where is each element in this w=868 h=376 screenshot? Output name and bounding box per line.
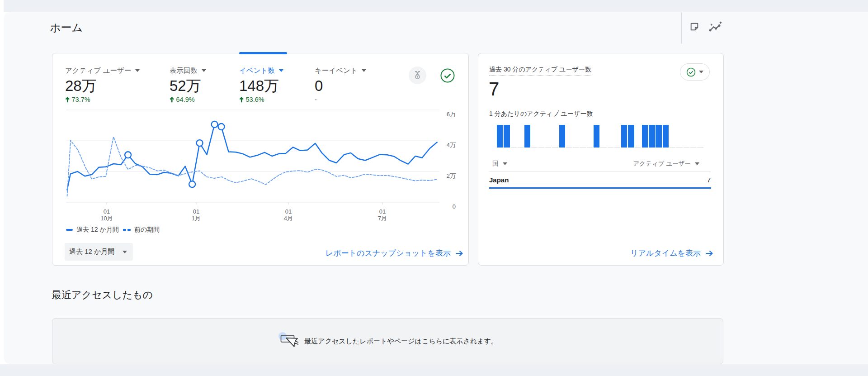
anomaly-marker	[212, 121, 218, 128]
header-divider	[681, 12, 682, 44]
minute-bar	[524, 124, 530, 148]
x-axis-label: 011月	[192, 208, 201, 222]
minute-empty	[690, 124, 696, 148]
anomaly-marker	[218, 124, 225, 130]
table-row-bar	[489, 187, 711, 189]
insights-button[interactable]	[708, 21, 723, 33]
minute-empty	[600, 124, 606, 148]
previous-period-line	[67, 137, 437, 196]
trend-line-chart	[52, 53, 469, 266]
solid-line-swatch	[66, 229, 73, 231]
realtime-bar-chart	[497, 124, 704, 148]
note-icon	[689, 22, 699, 32]
table-row-country[interactable]: Japan	[489, 176, 509, 184]
minute-empty	[518, 124, 524, 148]
y-axis-label: 0	[433, 203, 456, 210]
minute-bar	[663, 124, 669, 148]
minute-bar	[497, 124, 503, 148]
anomaly-marker	[125, 152, 131, 158]
y-axis-label: 4万	[433, 142, 456, 148]
report-snapshot-link[interactable]: レポートのスナップショットを表示	[326, 248, 463, 258]
chevron-down-icon	[503, 162, 507, 165]
dashed-line-swatch	[123, 229, 131, 231]
minute-empty	[545, 124, 551, 148]
top-band	[4, 0, 868, 12]
minute-empty	[670, 124, 675, 148]
chevron-down-icon	[695, 162, 699, 165]
arrow-forward-icon	[705, 250, 713, 257]
realtime-value: 7	[489, 78, 499, 100]
dimension-header[interactable]: 国	[492, 160, 507, 168]
minute-empty	[635, 124, 641, 148]
realtime-card: 過去 30 分のアクティブ ユーザー数 7 1 分あたりのアクティブ ユーザー数…	[478, 53, 724, 266]
anomaly-marker	[189, 181, 195, 187]
recent-section-title: 最近アクセスしたもの	[52, 289, 153, 301]
chart-legend: 過去 12 か月間 前の期間	[66, 226, 160, 234]
minute-bar	[594, 124, 599, 148]
table-row-value: 7	[707, 176, 711, 184]
legend-previous-period: 前の期間	[123, 226, 160, 234]
check-circle-icon	[686, 67, 696, 77]
minute-empty	[697, 124, 703, 148]
minute-bar	[628, 124, 634, 148]
minute-empty	[566, 124, 572, 148]
minute-empty	[580, 124, 585, 148]
chevron-down-icon	[123, 251, 127, 253]
arrow-forward-icon	[455, 250, 463, 257]
realtime-link[interactable]: リアルタイムを表示	[630, 248, 713, 258]
recent-empty-text: 最近アクセスしたレポートやページはこちらに表示されます。	[304, 337, 497, 346]
notes-button[interactable]	[688, 21, 701, 33]
minute-bar	[642, 124, 648, 148]
minute-bar	[559, 124, 565, 148]
chevron-down-icon	[699, 71, 703, 73]
minute-empty	[552, 124, 558, 148]
minute-empty	[531, 124, 537, 148]
minute-empty	[684, 124, 689, 148]
minute-bar	[649, 124, 655, 148]
minute-empty	[573, 124, 579, 148]
insights-icon	[709, 21, 722, 33]
minute-empty	[614, 124, 620, 148]
y-axis-label: 6万	[433, 111, 456, 118]
minute-bar	[656, 124, 661, 148]
minute-bar	[621, 124, 627, 148]
bottom-band	[0, 364, 868, 376]
minute-empty	[676, 124, 682, 148]
current-period-line	[67, 124, 437, 190]
page-title: ホーム	[50, 21, 83, 34]
realtime-data-quality-button[interactable]	[680, 63, 710, 81]
minute-empty	[511, 124, 517, 148]
minute-empty	[538, 124, 544, 148]
legend-current-period: 過去 12 か月間	[66, 226, 119, 234]
x-axis-label: 014月	[284, 208, 293, 222]
minute-empty	[608, 124, 613, 148]
minute-bar	[504, 124, 509, 148]
overview-card: アクティブ ユーザー 28万 73.7% 表示回数 52万 64.9% イベント…	[52, 53, 469, 266]
click-cursor-icon	[278, 332, 298, 351]
x-axis-label: 0110月	[100, 208, 113, 222]
y-axis-label: 2万	[433, 172, 456, 179]
content-panel: ホーム アクティブ ユーザー 28万 73.7% 表示回数 52万 64.9% …	[4, 12, 868, 364]
per-minute-label: 1 分あたりのアクティブ ユーザー数	[489, 110, 593, 118]
anomaly-marker	[197, 140, 203, 146]
table-divider	[489, 171, 711, 172]
realtime-title: 過去 30 分のアクティブ ユーザー数	[489, 66, 591, 76]
minute-empty	[587, 124, 593, 148]
metric-header[interactable]: アクティブ ユーザー	[633, 160, 699, 168]
x-axis-label: 017月	[378, 208, 387, 222]
date-range-button[interactable]: 過去 12 か月間	[65, 243, 133, 261]
recent-empty-state: 最近アクセスしたレポートやページはこちらに表示されます。	[52, 318, 723, 364]
